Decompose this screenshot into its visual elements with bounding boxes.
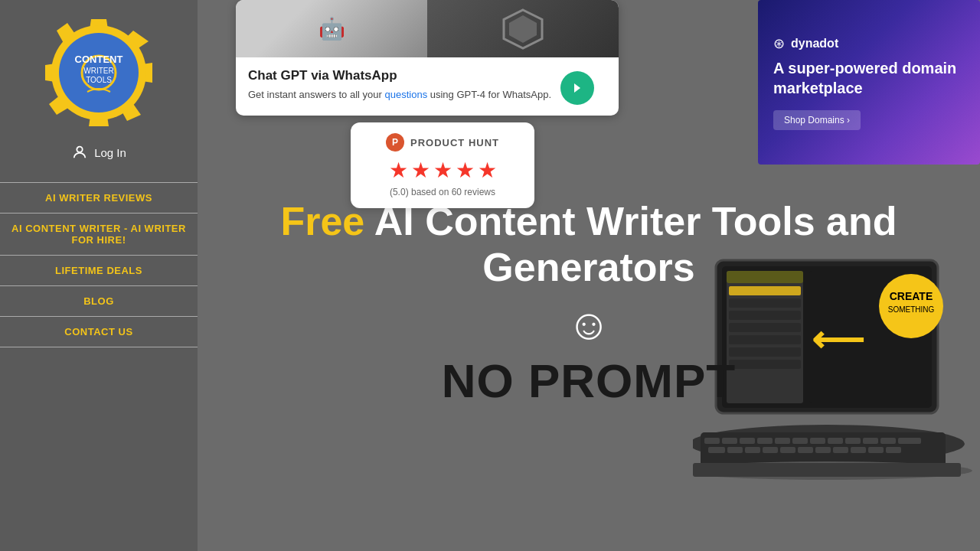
svg-rect-38 [757,438,773,444]
ph-reviews: (5.0) based on 60 reviews [390,187,495,197]
svg-rect-59 [693,463,961,477]
chat-card-body: Chat GPT via WhatsApp Get instant answer… [236,57,619,116]
dynadot-brand: dynadot [791,37,838,51]
chat-card-text: Chat GPT via WhatsApp Get instant answer… [248,68,551,102]
top-section: 🤖 Chat GPT via WhatsApp Get instant answ… [198,0,980,168]
svg-rect-42 [828,438,843,444]
svg-rect-50 [763,447,778,453]
ph-header: P PRODUCT HUNT [386,133,499,152]
main-content: 🤖 Chat GPT via WhatsApp Get instant answ… [198,0,980,551]
svg-rect-47 [708,447,725,453]
star-4: ★ [456,158,475,183]
sidebar-item-contact-us[interactable]: CONTACT US [0,317,198,347]
svg-rect-39 [775,438,790,444]
smiley-icon: ☺ [198,303,980,346]
login-label: Log In [94,146,126,159]
person-icon [71,144,88,161]
svg-rect-46 [898,438,921,444]
svg-rect-41 [810,438,825,444]
svg-rect-37 [740,438,755,444]
chat-card-description: Get instant answers to all your question… [248,88,551,102]
ph-logo-icon: P [386,133,404,152]
hero-text: Free AI Content Writer Tools and Generat… [198,199,980,408]
stars-row: ★ ★ ★ ★ ★ [389,158,497,183]
svg-rect-36 [722,438,737,444]
svg-rect-51 [780,447,795,453]
logo-gear-icon: CONTENT WRITER TOOLS [41,15,156,130]
chat-gpt-card[interactable]: 🤖 Chat GPT via WhatsApp Get instant answ… [236,0,619,116]
dynadot-header: ⊛ dynadot [773,35,965,52]
star-5: ★ [478,158,497,183]
svg-rect-53 [815,447,831,453]
login-button[interactable]: Log In [71,144,126,161]
star-1: ★ [389,158,408,183]
svg-text:WRITER: WRITER [83,67,113,75]
star-2: ★ [411,158,430,183]
dynadot-tagline: A super-powered domain marketplace [773,58,965,98]
sidebar: CONTENT WRITER TOOLS Log In AI WRITER RE… [0,0,198,551]
logo-container: CONTENT WRITER TOOLS [41,15,156,130]
svg-rect-52 [798,447,813,453]
product-hunt-badge: P PRODUCT HUNT ★ ★ ★ ★ ★ (5.0) based on … [351,122,534,208]
hero-section: Free AI Content Writer Tools and Generat… [198,153,980,551]
hexagon-icon [500,6,546,52]
dynadot-shop-button[interactable]: Shop Domains › [773,110,861,130]
ph-title: PRODUCT HUNT [410,137,499,148]
svg-rect-49 [745,447,760,453]
svg-rect-57 [886,447,901,453]
dynadot-logo-icon: ⊛ [773,35,785,52]
svg-rect-56 [868,447,884,453]
hero-title: Free AI Content Writer Tools and Generat… [198,199,980,291]
arrow-right-icon [570,80,585,96]
sidebar-item-ai-content-writer[interactable]: AI CONTENT WRITER - AI WRITER FOR HIRE! [0,214,198,256]
hero-free-label: Free [280,199,364,243]
chat-link[interactable]: questions [384,89,427,100]
svg-text:TOOLS: TOOLS [86,76,112,84]
nav-menu: AI WRITER REVIEWS AI CONTENT WRITER - AI… [0,182,198,347]
star-3: ★ [433,158,452,183]
svg-rect-43 [845,438,861,444]
svg-marker-16 [509,15,537,43]
svg-rect-54 [833,447,848,453]
chat-img-left: 🤖 [236,0,427,57]
svg-rect-44 [863,438,878,444]
dynadot-ad: ⊛ dynadot A super-powered domain marketp… [758,0,980,165]
svg-rect-40 [792,438,808,444]
chat-card-images: 🤖 [236,0,619,57]
sidebar-item-ai-writer-reviews[interactable]: AI WRITER REVIEWS [0,182,198,214]
svg-point-14 [77,147,82,152]
chat-card-title: Chat GPT via WhatsApp [248,68,551,83]
svg-text:CONTENT: CONTENT [75,54,123,65]
svg-rect-45 [880,438,896,444]
sidebar-item-blog[interactable]: BLOG [0,286,198,317]
chat-img-right [427,0,619,57]
svg-rect-48 [727,447,743,453]
no-prompt-text: NO PROMPT [198,354,980,408]
sidebar-item-lifetime-deals[interactable]: LIFETIME DEALS [0,256,198,286]
hero-title-rest: AI Content Writer Tools and Generators [364,199,897,289]
chat-arrow-button[interactable] [560,71,594,105]
svg-rect-35 [704,438,720,444]
svg-rect-55 [851,447,866,453]
